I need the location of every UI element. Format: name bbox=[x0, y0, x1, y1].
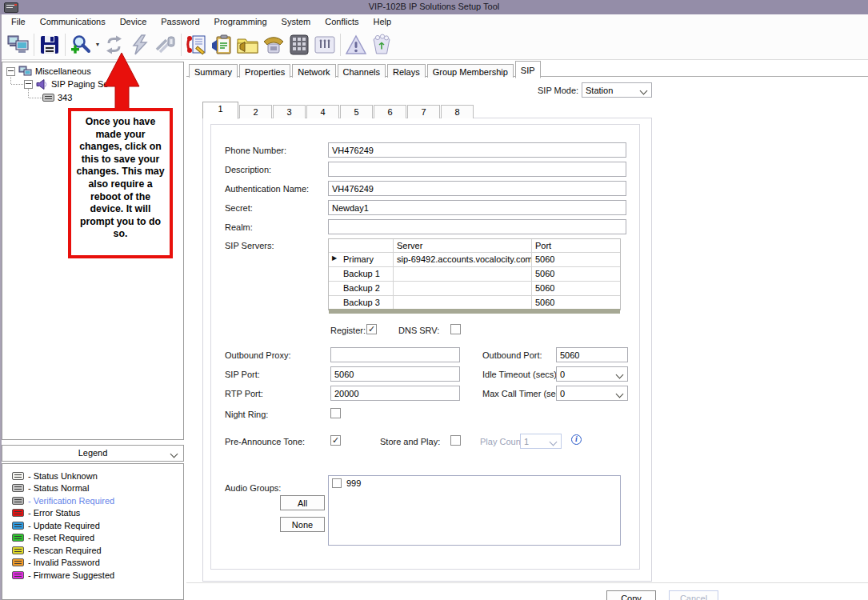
page-tab-7[interactable]: 7 bbox=[407, 105, 440, 118]
rtp-port-input[interactable]: 20000 bbox=[330, 386, 460, 401]
tree-item-label: 343 bbox=[58, 93, 72, 102]
legend-item: -Error Status bbox=[12, 507, 183, 520]
dns-srv-checkbox[interactable] bbox=[450, 324, 461, 334]
secret-label: Secret: bbox=[225, 203, 253, 213]
table-row-backup1[interactable]: Backup 1 5060 bbox=[329, 266, 620, 281]
menu-device[interactable]: Device bbox=[113, 15, 154, 29]
page-tab-5[interactable]: 5 bbox=[340, 105, 373, 118]
relay-panel-icon[interactable] bbox=[312, 32, 338, 58]
tree-item-miscellaneous[interactable]: Miscellaneous bbox=[6, 65, 91, 78]
menu-password[interactable]: Password bbox=[154, 15, 206, 29]
menu-programming[interactable]: Programming bbox=[207, 15, 274, 29]
footer-separator bbox=[186, 582, 868, 583]
description-input[interactable] bbox=[328, 162, 626, 177]
night-ring-checkbox[interactable] bbox=[330, 408, 341, 418]
audio-program-clipboard-icon[interactable] bbox=[210, 32, 235, 58]
all-button[interactable]: All bbox=[280, 495, 325, 510]
network-node-icon bbox=[18, 66, 32, 77]
sip-servers-label: SIP Servers: bbox=[225, 241, 274, 250]
chevron-down-icon bbox=[616, 390, 624, 398]
page-tab-3[interactable]: 3 bbox=[273, 105, 306, 118]
register-checkbox[interactable]: ✓ bbox=[366, 324, 377, 334]
legend-panel: -Status Unknown -Status Normal -Verifica… bbox=[2, 463, 184, 600]
info-icon[interactable]: i bbox=[571, 434, 582, 445]
sip-port-input[interactable]: 5060 bbox=[330, 366, 460, 382]
app-window: VIP-102B IP Solutions Setup Tool File Co… bbox=[0, 0, 868, 600]
secret-input[interactable]: Newday1 bbox=[328, 200, 626, 215]
telephone-icon[interactable] bbox=[261, 32, 286, 58]
authentication-name-input[interactable]: VH476249 bbox=[328, 181, 626, 196]
legend-item-label: Verification Required bbox=[34, 496, 115, 506]
column-port: Port bbox=[531, 239, 620, 252]
pre-announce-tone-checkbox[interactable]: ✓ bbox=[330, 435, 341, 446]
menu-file[interactable]: File bbox=[4, 15, 33, 29]
description-label: Description: bbox=[225, 165, 271, 174]
tab-summary[interactable]: Summary bbox=[189, 64, 238, 78]
play-count-label: Play Count: bbox=[480, 437, 526, 446]
invalid-password-icon bbox=[12, 558, 24, 566]
rtp-port-label: RTP Port: bbox=[225, 389, 263, 398]
outbound-port-label: Outbound Port: bbox=[482, 350, 542, 360]
row-selector-icon: ▶ bbox=[332, 254, 337, 262]
table-row-backup2[interactable]: Backup 2 5060 bbox=[329, 281, 620, 295]
outbound-port-input[interactable]: 5060 bbox=[556, 347, 628, 362]
tools-icon[interactable] bbox=[153, 32, 178, 58]
tab-network[interactable]: Network bbox=[292, 64, 335, 78]
phone-directory-icon[interactable] bbox=[184, 32, 210, 58]
error-status-icon bbox=[12, 509, 24, 517]
find-add-device-icon[interactable] bbox=[68, 32, 94, 58]
collapse-icon[interactable] bbox=[6, 67, 15, 76]
sip-mode-select[interactable]: Station bbox=[582, 82, 652, 98]
audio-group-checkbox[interactable] bbox=[332, 478, 342, 488]
title-bar: VIP-102B IP Solutions Setup Tool bbox=[0, 0, 868, 14]
copy-button[interactable]: Copy bbox=[606, 590, 656, 600]
page-tab-6[interactable]: 6 bbox=[374, 105, 406, 118]
table-row-primary[interactable]: ▶Primary sip-69492.accounts.vocalocity.c… bbox=[329, 252, 620, 266]
tab-relays[interactable]: Relays bbox=[387, 64, 426, 78]
store-and-play-checkbox[interactable] bbox=[450, 435, 461, 446]
table-header-row: Server Port bbox=[329, 239, 620, 252]
tab-properties[interactable]: Properties bbox=[239, 64, 290, 78]
legend-item-label: Firmware Suggested bbox=[34, 570, 115, 580]
network-connect-icon[interactable] bbox=[6, 32, 31, 58]
outbound-proxy-input[interactable] bbox=[330, 347, 460, 362]
tab-sip[interactable]: SIP bbox=[515, 61, 541, 78]
collapse-icon[interactable] bbox=[24, 80, 33, 89]
page-tab-2[interactable]: 2 bbox=[239, 105, 272, 118]
page-tab-8[interactable]: 8 bbox=[441, 105, 474, 118]
tree-item-label: Miscellaneous bbox=[35, 66, 91, 76]
max-call-timer-select[interactable]: 0 bbox=[556, 386, 628, 401]
idle-timeout-select[interactable]: 0 bbox=[556, 366, 628, 382]
menu-help[interactable]: Help bbox=[366, 15, 398, 29]
phone-number-input[interactable]: VH476249 bbox=[328, 142, 626, 158]
tab-channels[interactable]: Channels bbox=[338, 64, 386, 78]
tree-connector bbox=[11, 84, 23, 85]
audio-groups-list[interactable]: 999 bbox=[328, 475, 621, 546]
menu-communications[interactable]: Communications bbox=[33, 15, 113, 29]
annotation-arrow bbox=[100, 53, 144, 115]
status-normal-icon bbox=[12, 484, 24, 492]
save-icon[interactable] bbox=[37, 32, 62, 58]
tab-group-membership[interactable]: Group Membership bbox=[427, 64, 514, 78]
table-row-backup3[interactable]: Backup 3 5060 bbox=[329, 295, 620, 310]
conflicts-warning-icon[interactable] bbox=[343, 32, 369, 58]
sip-port-label: SIP Port: bbox=[225, 370, 260, 379]
keypad-icon[interactable] bbox=[286, 32, 312, 58]
page-tab-1[interactable]: 1 bbox=[202, 102, 238, 119]
table-scrollbar[interactable] bbox=[329, 309, 620, 314]
legend-header[interactable]: Legend bbox=[2, 445, 184, 462]
recycle-bin-icon[interactable] bbox=[369, 32, 394, 58]
realm-input[interactable] bbox=[328, 219, 626, 234]
toolbar-separator bbox=[65, 34, 66, 56]
page-tab-4[interactable]: 4 bbox=[306, 105, 339, 118]
audio-groups-folder-icon[interactable] bbox=[235, 32, 261, 58]
legend-item-label: Reset Required bbox=[34, 533, 94, 542]
menu-conflicts[interactable]: Conflicts bbox=[318, 15, 366, 29]
tree-item-sip-paging[interactable]: SIP Paging Se bbox=[24, 78, 108, 90]
register-label: Register: bbox=[330, 326, 366, 335]
menu-system[interactable]: System bbox=[274, 15, 318, 29]
tree-item-343[interactable]: 343 bbox=[42, 91, 72, 104]
list-item[interactable]: 999 bbox=[332, 478, 617, 488]
authentication-name-label: Authentication Name: bbox=[225, 184, 309, 194]
none-button[interactable]: None bbox=[280, 517, 325, 532]
